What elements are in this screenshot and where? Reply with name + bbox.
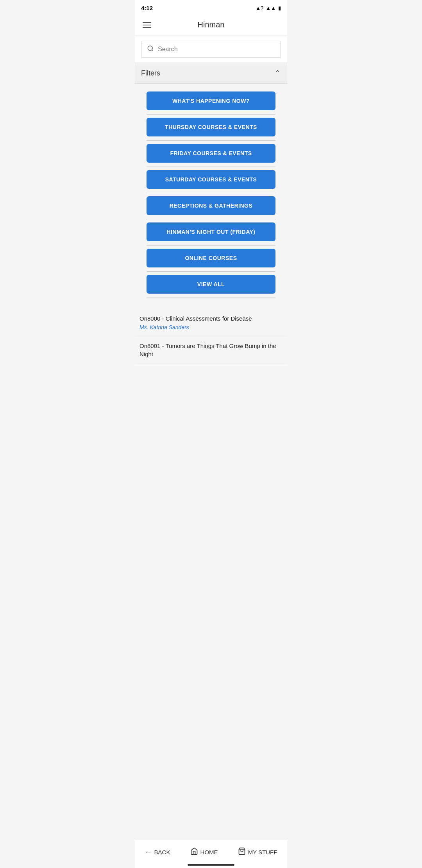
status-bar: 4:12 ▲? ▲▲ ▮ [135, 0, 287, 14]
menu-icon [143, 22, 151, 23]
status-icons: ▲? ▲▲ ▮ [256, 5, 281, 11]
divider [147, 167, 275, 167]
course-title: On8000 - Clinical Assessments for Diseas… [139, 314, 283, 323]
home-icon [190, 847, 198, 857]
my-stuff-label: MY STUFF [248, 849, 277, 855]
my-stuff-button[interactable]: MY STUFF [232, 844, 284, 860]
bag-icon [238, 847, 246, 857]
search-icon [147, 45, 154, 54]
filter-row-friday: FRIDAY COURSES & EVENTS [147, 144, 275, 163]
course-card-on8001[interactable]: On8001 - Tumors are Things That Grow Bum… [135, 336, 287, 364]
filter-btn-saturday-courses[interactable]: SATURDAY COURSES & EVENTS [147, 170, 275, 189]
search-container [135, 36, 287, 63]
back-button[interactable]: ← BACK [139, 845, 177, 859]
filter-btn-friday-courses[interactable]: FRIDAY COURSES & EVENTS [147, 144, 275, 163]
divider [147, 219, 275, 219]
app-header: Hinman [135, 14, 287, 36]
menu-button[interactable] [141, 21, 153, 29]
filter-row-whats-happening: WHAT'S HAPPENING NOW? [147, 91, 275, 111]
filter-btn-online-courses[interactable]: ONLINE COURSES [147, 249, 275, 267]
divider [147, 298, 275, 298]
courses-area: On8000 - Clinical Assessments for Diseas… [135, 309, 287, 395]
course-card-on8000[interactable]: On8000 - Clinical Assessments for Diseas… [135, 309, 287, 336]
divider [147, 245, 275, 246]
search-input[interactable] [158, 46, 275, 53]
status-time: 4:12 [141, 5, 153, 11]
course-presenter: Ms. Katrina Sanders [139, 324, 283, 330]
menu-icon [143, 27, 151, 28]
filter-btn-hinmans-night[interactable]: HINMAN'S NIGHT OUT (FRIDAY) [147, 222, 275, 241]
svg-point-0 [148, 46, 152, 50]
search-box[interactable] [141, 41, 281, 58]
filter-btn-whats-happening[interactable]: WHAT'S HAPPENING NOW? [147, 91, 275, 110]
svg-line-1 [152, 50, 153, 51]
battery-icon: ▮ [278, 5, 281, 11]
back-arrow-icon: ← [145, 848, 152, 856]
filter-btn-view-all[interactable]: VIEW ALL [147, 275, 275, 294]
menu-icon [143, 25, 151, 25]
filters-label: Filters [141, 69, 160, 77]
chevron-up-icon: ⌃ [274, 68, 281, 78]
divider [147, 114, 275, 115]
home-button[interactable]: HOME [184, 844, 224, 860]
page-title: Hinman [198, 20, 225, 29]
divider [147, 193, 275, 193]
signal-icon: ▲▲ [266, 5, 276, 11]
filter-row-hinmans-night: HINMAN'S NIGHT OUT (FRIDAY) [147, 222, 275, 242]
divider [147, 271, 275, 272]
bottom-indicator [188, 864, 234, 866]
filter-row-online: ONLINE COURSES [147, 249, 275, 268]
course-title: On8001 - Tumors are Things That Grow Bum… [139, 342, 283, 358]
filter-btn-receptions[interactable]: RECEPTIONS & GATHERINGS [147, 196, 275, 215]
filter-row-saturday: SATURDAY COURSES & EVENTS [147, 170, 275, 190]
wifi-question-icon: ▲? [256, 5, 263, 11]
filter-row-thursday: THURSDAY COURSES & EVENTS [147, 118, 275, 137]
filter-btn-thursday-courses[interactable]: THURSDAY COURSES & EVENTS [147, 118, 275, 136]
filter-buttons-container: WHAT'S HAPPENING NOW? THURSDAY COURSES &… [135, 84, 287, 309]
divider [147, 140, 275, 141]
filter-row-view-all: VIEW ALL [147, 275, 275, 294]
home-label: HOME [200, 849, 218, 855]
filter-row-receptions: RECEPTIONS & GATHERINGS [147, 196, 275, 216]
back-label: BACK [154, 849, 170, 855]
filters-section[interactable]: Filters ⌃ [135, 63, 287, 84]
